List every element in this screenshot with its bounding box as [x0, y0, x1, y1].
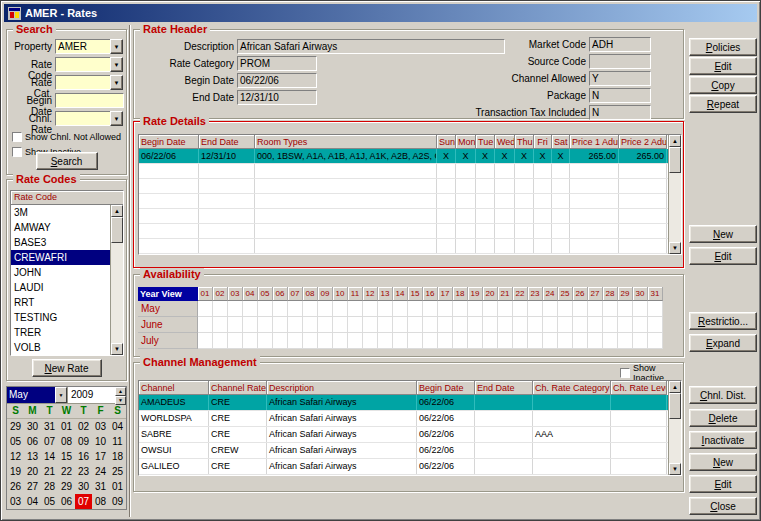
rate-code-item[interactable]: CREWAFRI	[11, 250, 123, 265]
availability-cell[interactable]	[378, 301, 393, 317]
availability-cell[interactable]	[648, 301, 663, 317]
calendar-day[interactable]: 09	[109, 494, 126, 509]
availability-cell[interactable]	[408, 317, 423, 333]
scroll-up-icon[interactable]: ▲	[669, 381, 681, 393]
availability-cell[interactable]	[483, 301, 498, 317]
availability-cell[interactable]	[318, 301, 333, 317]
availability-cell[interactable]	[513, 301, 528, 317]
rate-code-item[interactable]: AMWAY	[11, 220, 123, 235]
rate-details-row[interactable]: 06/22/0612/31/10000, 1BSW, A1A, A1B, A1J…	[139, 149, 681, 164]
availability-cell[interactable]	[363, 317, 378, 333]
scroll-up-icon[interactable]: ▲	[111, 205, 123, 217]
channel-allowed-field[interactable]: Y	[589, 71, 651, 86]
calendar-day[interactable]: 14	[41, 449, 58, 464]
channel-row[interactable]: SABRECREAfrican Safari Airways06/22/06AA…	[139, 427, 681, 443]
channel-row[interactable]: GALILEOCREAfrican Safari Airways06/22/06	[139, 459, 681, 475]
scroll-down-icon[interactable]: ▼	[669, 242, 681, 254]
rate-code-item[interactable]: JOHN	[11, 265, 123, 280]
availability-cell[interactable]	[573, 333, 588, 349]
availability-cell[interactable]	[468, 333, 483, 349]
availability-cell[interactable]	[318, 317, 333, 333]
calendar-day[interactable]: 06	[24, 434, 41, 449]
end-date-header-field[interactable]: 12/31/10	[237, 90, 317, 105]
delete-button[interactable]: Delete	[689, 409, 757, 427]
scroll-track[interactable]	[669, 147, 681, 242]
availability-cell[interactable]	[363, 333, 378, 349]
availability-cell[interactable]	[318, 333, 333, 349]
chnl-dist-button[interactable]: Chnl. Dist.	[689, 386, 757, 404]
availability-cell[interactable]	[348, 317, 363, 333]
begin-date-header-field[interactable]: 06/22/06	[237, 73, 317, 88]
calendar-day[interactable]: 08	[92, 494, 109, 509]
availability-cell[interactable]	[573, 301, 588, 317]
rate-details-scrollbar[interactable]: ▲ ▼	[668, 135, 681, 254]
calendar-day[interactable]: 31	[92, 479, 109, 494]
availability-cell[interactable]	[423, 333, 438, 349]
calendar-day[interactable]: 03	[7, 494, 24, 509]
year-view-header[interactable]: Year View	[138, 287, 198, 301]
calendar-day[interactable]: 29	[58, 479, 75, 494]
calendar-day[interactable]: 04	[109, 419, 126, 434]
availability-cell[interactable]	[423, 317, 438, 333]
scroll-down-icon[interactable]: ▼	[669, 463, 681, 475]
calendar-day[interactable]: 10	[92, 434, 109, 449]
availability-cell[interactable]	[468, 317, 483, 333]
channel-row[interactable]: AMADEUSCREAfrican Safari Airways06/22/06	[139, 395, 681, 411]
scroll-up-icon[interactable]: ▲	[669, 135, 681, 147]
month-select[interactable]: May ▼	[7, 387, 68, 403]
calendar-day[interactable]: 30	[24, 419, 41, 434]
rate-cat-input[interactable]	[55, 75, 111, 90]
availability-cell[interactable]	[588, 333, 603, 349]
calendar-day[interactable]: 15	[58, 449, 75, 464]
calendar-day[interactable]: 07	[41, 434, 58, 449]
restrictions-button[interactable]: Restrictio...	[689, 312, 757, 330]
availability-cell[interactable]	[348, 333, 363, 349]
availability-cell[interactable]	[393, 301, 408, 317]
availability-cell[interactable]	[498, 333, 513, 349]
availability-cell[interactable]	[273, 333, 288, 349]
rate-code-item[interactable]: TRER	[11, 325, 123, 340]
availability-cell[interactable]	[558, 333, 573, 349]
availability-cell[interactable]	[303, 333, 318, 349]
rate-code-input[interactable]	[55, 57, 111, 72]
availability-cell[interactable]	[213, 301, 228, 317]
availability-cell[interactable]	[228, 333, 243, 349]
availability-cell[interactable]	[498, 317, 513, 333]
edit-header-button[interactable]: Edit	[689, 57, 757, 75]
property-dropdown-button[interactable]: ▼	[110, 39, 123, 54]
availability-cell[interactable]	[633, 317, 648, 333]
availability-cell[interactable]	[393, 333, 408, 349]
rate-details-empty-row[interactable]	[139, 194, 681, 209]
availability-cell[interactable]	[423, 301, 438, 317]
availability-cell[interactable]	[453, 317, 468, 333]
expand-button[interactable]: Expand	[689, 334, 757, 352]
availability-cell[interactable]	[648, 333, 663, 349]
calendar-day[interactable]: 11	[109, 434, 126, 449]
availability-cell[interactable]	[198, 301, 213, 317]
calendar-day[interactable]: 08	[58, 434, 75, 449]
rate-details-empty-row[interactable]	[139, 239, 681, 254]
availability-cell[interactable]	[378, 317, 393, 333]
availability-cell[interactable]	[588, 301, 603, 317]
rate-code-item[interactable]: RRT	[11, 295, 123, 310]
availability-cell[interactable]	[603, 301, 618, 317]
availability-cell[interactable]	[348, 301, 363, 317]
availability-cell[interactable]	[258, 317, 273, 333]
rate-details-empty-row[interactable]	[139, 179, 681, 194]
availability-cell[interactable]	[408, 333, 423, 349]
rate-code-item[interactable]: 3M	[11, 205, 123, 220]
calendar-day[interactable]: 26	[7, 479, 24, 494]
availability-cell[interactable]	[438, 333, 453, 349]
calendar-day[interactable]: 25	[109, 464, 126, 479]
spin-up-icon[interactable]: ▲	[115, 387, 126, 396]
availability-cell[interactable]	[198, 317, 213, 333]
new-channel-button[interactable]: New	[689, 453, 757, 471]
month-dropdown-icon[interactable]: ▼	[55, 387, 67, 403]
calendar-day[interactable]: 18	[109, 449, 126, 464]
rate-category-field[interactable]: PROM	[237, 56, 317, 71]
availability-cell[interactable]	[228, 317, 243, 333]
show-inactive-channel-checkbox[interactable]	[620, 368, 630, 378]
availability-cell[interactable]	[558, 301, 573, 317]
availability-cell[interactable]	[378, 333, 393, 349]
calendar-day-selected[interactable]: 07	[75, 494, 92, 509]
